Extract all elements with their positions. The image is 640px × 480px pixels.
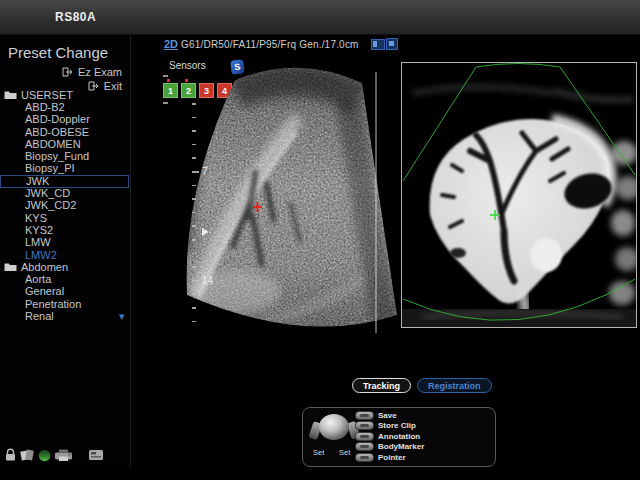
ez-exam-label: Ez Exam (78, 66, 122, 78)
depth-tick (192, 171, 199, 173)
system-model-title: RS80A (55, 10, 96, 24)
preset-item-userset[interactable]: USERSET (0, 89, 127, 101)
preset-item-label: Abdomen (21, 262, 68, 273)
preset-item-lmw2[interactable]: LMW2 (0, 249, 127, 261)
window-header: RS80A (0, 0, 640, 35)
set-left-label: Set (313, 448, 324, 457)
tracking-button[interactable]: Tracking (352, 378, 411, 393)
preset-item-label: KYS (25, 213, 47, 224)
preset-item-label: ABDOMEN (25, 139, 81, 150)
depth-tick (192, 103, 196, 105)
preset-item-general[interactable]: General (0, 286, 127, 298)
depth-tick (192, 185, 196, 187)
preset-item-jwk_cd[interactable]: JWK_CD (0, 187, 127, 199)
clipboard-badge-icon (371, 39, 385, 50)
depth-tick (192, 321, 196, 323)
hardkey-pill-icon (355, 421, 374, 430)
ez-exam-icon (62, 67, 74, 77)
status-icon-bar (4, 446, 126, 464)
preset-item-kys[interactable]: KYS (0, 212, 127, 224)
preset-item-label: LMW (25, 237, 51, 248)
hardkey-pill-icon (355, 442, 374, 451)
depth-tick (192, 293, 196, 295)
hardkey-pill-icon (355, 432, 374, 441)
depth-tick (192, 117, 196, 119)
image-parameters: G61/DR50/FA11/P95/Frq Gen./17.0cm (181, 39, 359, 50)
key-help-row: Pointer (355, 452, 406, 462)
preset-item-label: General (25, 286, 64, 297)
key-help-row: Annotation (355, 431, 420, 441)
set-right-label: Set (339, 448, 350, 457)
depth-tick (192, 280, 199, 282)
preset-item-label: JWK_CD (25, 188, 70, 199)
preset-item-label: JWK (26, 176, 49, 187)
preset-item-kys2[interactable]: KYS2 (0, 224, 127, 236)
preset-item-penetration[interactable]: Penetration (0, 298, 127, 310)
preset-item-label: ABD-Doppler (25, 114, 90, 125)
preset-item-renal[interactable]: Renal (0, 310, 127, 322)
key-help-row: Store Clip (355, 421, 416, 431)
preset-item-lmw[interactable]: LMW (0, 237, 127, 249)
depth-tick (192, 307, 196, 309)
preset-item-jwk_cd2[interactable]: JWK_CD2 (0, 200, 127, 212)
ultrasound-app-screen: RS80A Preset Change Ez Exam Exit USERSET… (0, 0, 640, 480)
depth-label-14: 14 (202, 276, 213, 286)
preset-item-abd-obese[interactable]: ABD-OBESE (0, 126, 127, 138)
focus-marker-icon (202, 228, 209, 236)
preset-item-label: ABD-B2 (25, 102, 65, 113)
printer-icon (54, 448, 74, 462)
depth-tick (192, 225, 196, 227)
registration-button[interactable]: Registration (417, 378, 492, 393)
preset-item-label: ABD-OBESE (25, 127, 89, 138)
scroll-down-arrow[interactable]: ▾ (119, 311, 125, 321)
hardkey-pill-icon (355, 411, 374, 420)
key-help-label: Pointer (378, 453, 406, 462)
preset-item-abdomen[interactable]: ABDOMEN (0, 138, 127, 150)
folder-icon (4, 90, 17, 100)
mode-2d-label: 2D (164, 38, 178, 50)
key-help-label: Store Clip (378, 421, 416, 430)
preset-item-abd-b2[interactable]: ABD-B2 (0, 101, 127, 113)
preset-sidebar: Preset Change Ez Exam Exit USERSETABD-B2… (0, 35, 131, 466)
depth-tick (192, 144, 196, 146)
preset-item-label: Renal (25, 311, 54, 322)
preset-item-abdomen[interactable]: Abdomen (0, 261, 127, 273)
control-help-panel: Set Set SaveStore ClipAnnotationBodyMark… (302, 407, 496, 467)
ez-exam-button[interactable]: Ez Exam (62, 66, 122, 78)
key-help-row: Save (355, 410, 397, 420)
preset-item-label: Aorta (25, 274, 51, 285)
media-card-icon (88, 449, 104, 461)
preset-item-biopsy_pi[interactable]: Biopsy_PI (0, 163, 127, 175)
sidebar-title: Preset Change (8, 44, 108, 61)
preset-item-abd-doppler[interactable]: ABD-Doppler (0, 114, 127, 126)
depth-tick (192, 266, 196, 268)
green-led-icon (38, 449, 51, 462)
preset-item-aorta[interactable]: Aorta (0, 274, 127, 286)
preset-item-label: LMW2 (25, 250, 57, 261)
hardkey-pill-icon (355, 453, 374, 462)
depth-tick (192, 253, 196, 255)
lock-icon (4, 448, 17, 462)
key-help-label: Annotation (378, 432, 420, 441)
mri-image (402, 63, 636, 327)
tgc-dash-bottom (163, 102, 168, 104)
depth-ruler: 714 (192, 103, 216, 325)
depth-tick (192, 130, 196, 132)
preset-item-label: KYS2 (25, 225, 53, 236)
preset-item-label: Biopsy_Fund (25, 151, 89, 162)
documents-icon (19, 447, 35, 462)
key-help-row: BodyMarker (355, 442, 424, 452)
preset-item-label: JWK_CD2 (25, 200, 76, 211)
preset-item-biopsy_fund[interactable]: Biopsy_Fund (0, 151, 127, 163)
mode-toggle-buttons: TrackingRegistration (352, 378, 492, 393)
folder-icon (4, 262, 17, 272)
depth-tick (192, 239, 196, 241)
key-help-label: BodyMarker (378, 442, 424, 451)
monitor-badge-icon (386, 38, 398, 50)
preset-item-label: USERSET (21, 90, 73, 101)
depth-tick (192, 198, 196, 200)
depth-label-7: 7 (202, 167, 208, 177)
tgc-dash-top (163, 75, 168, 77)
preset-item-label: Biopsy_PI (25, 163, 75, 174)
mri-reference-panel[interactable] (401, 62, 637, 328)
